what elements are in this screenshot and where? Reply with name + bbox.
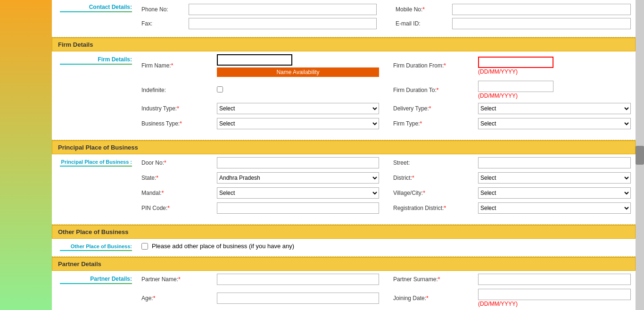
- pin-code-label: PIN Code:*: [141, 205, 217, 211]
- reg-district-select[interactable]: Select: [478, 202, 631, 214]
- firm-duration-to-hint: (DD/MM/YYYY): [478, 92, 631, 99]
- state-select[interactable]: Andhra Pradesh Telangana Karnataka: [217, 172, 379, 184]
- principal-place-side-label: Principal Place of Business :: [61, 159, 132, 165]
- firm-duration-from-label: Firm Duration From:*: [393, 62, 478, 69]
- business-type-select[interactable]: Select: [217, 118, 379, 129]
- joining-date-hint: (DD/MM/YYYY): [478, 301, 631, 307]
- street-input[interactable]: [478, 157, 631, 168]
- street-label: Street:: [393, 159, 478, 166]
- indefinite-checkbox[interactable]: [217, 86, 223, 92]
- mobile-input[interactable]: [452, 4, 631, 15]
- state-label: State:*: [141, 175, 217, 181]
- delivery-type-label: Delivery Type:*: [393, 105, 478, 112]
- phone-input[interactable]: [189, 4, 377, 15]
- district-select[interactable]: Select: [478, 172, 631, 184]
- partner-name-label: Partner Name:*: [141, 276, 217, 283]
- pin-code-input[interactable]: [217, 202, 379, 214]
- mandal-label: Mandal:*: [141, 190, 217, 196]
- industry-type-select[interactable]: Select: [217, 103, 379, 114]
- mandal-select[interactable]: Select: [217, 187, 379, 199]
- fax-label: Fax:: [141, 20, 189, 27]
- firm-duration-from-hint: (DD/MM/YYYY): [478, 68, 631, 75]
- firm-name-input[interactable]: [217, 54, 292, 66]
- partner-name-input[interactable]: [217, 274, 379, 285]
- village-city-label: Village/City:*: [393, 190, 478, 196]
- firm-details-side-label: Firm Details:: [98, 56, 132, 63]
- scrollbar-thumb[interactable]: [636, 146, 644, 165]
- principal-place-header: Principal Place of Business: [52, 140, 636, 154]
- email-input[interactable]: [452, 18, 631, 29]
- partner-surname-label: Partner Surname:*: [393, 276, 478, 283]
- firm-type-label: Firm Type:*: [393, 120, 478, 127]
- joining-date-label: Joining Date:*: [393, 295, 478, 302]
- name-availability-button[interactable]: Name Availability: [217, 67, 379, 77]
- joining-date-input[interactable]: [478, 289, 631, 300]
- firm-type-select[interactable]: Select: [478, 118, 631, 129]
- village-city-select[interactable]: Select: [478, 187, 631, 199]
- indefinite-label: Indefinite:: [141, 87, 217, 93]
- reg-district-label: Registration District:*: [393, 205, 478, 211]
- firm-details-header: Firm Details: [52, 37, 636, 51]
- other-place-header: Other Place of Business: [52, 225, 636, 239]
- age-label: Age:*: [141, 295, 217, 302]
- partner-details-side-label: Partner Details:: [90, 276, 132, 282]
- door-no-label: Door No:*: [141, 159, 217, 166]
- firm-duration-to-input[interactable]: [478, 81, 553, 92]
- firm-name-label: Firm Name:*: [141, 62, 217, 69]
- other-place-checkbox[interactable]: [141, 243, 148, 250]
- other-place-checkbox-label: Please add other place of business (if y…: [152, 243, 294, 250]
- partner-details-header: Partner Details: [52, 257, 636, 271]
- age-input[interactable]: [217, 293, 379, 304]
- delivery-type-select[interactable]: Select: [478, 103, 631, 114]
- partner-surname-input[interactable]: [478, 274, 631, 285]
- contact-details-label: Contact Details:: [89, 4, 132, 10]
- phone-label: Phone No:: [141, 6, 189, 13]
- industry-type-label: Industry Type:*: [141, 105, 217, 112]
- door-no-input[interactable]: [217, 157, 379, 168]
- district-label: District:*: [393, 175, 478, 181]
- fax-input[interactable]: [189, 18, 377, 29]
- firm-duration-from-input[interactable]: [478, 57, 553, 68]
- business-type-label: Business Type:*: [141, 120, 217, 127]
- email-label: E-mail ID:: [396, 20, 452, 27]
- mobile-label: Mobile No:*: [396, 6, 452, 13]
- other-place-side-label: Other Place of Business:: [71, 243, 132, 249]
- firm-duration-to-label: Firm Duration To:*: [393, 87, 478, 93]
